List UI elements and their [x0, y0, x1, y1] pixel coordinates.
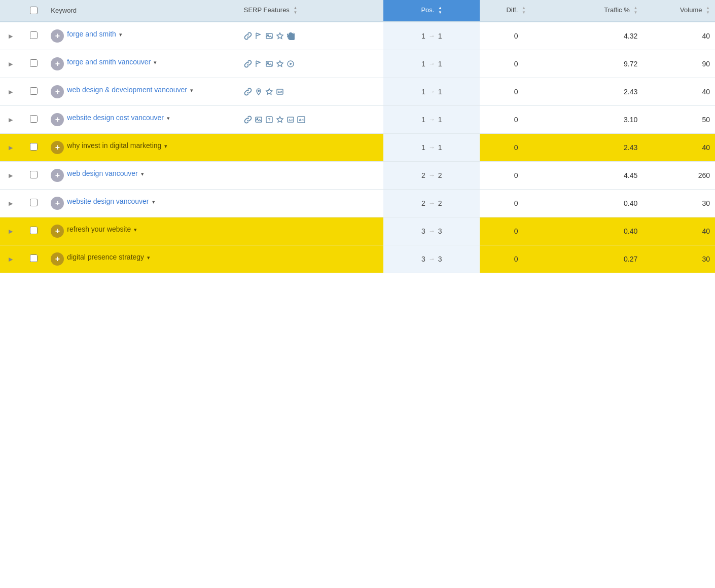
- expand-button[interactable]: ▶: [7, 143, 15, 152]
- check-cell: [22, 50, 46, 78]
- keyword-link[interactable]: web design vancouver ▾: [67, 169, 144, 179]
- col-serp-header: SERP Features ▲▼: [239, 0, 383, 22]
- pos-sort-arrows[interactable]: ▲▼: [438, 6, 442, 15]
- pos-from: 2: [421, 171, 425, 179]
- col-traffic-header[interactable]: Traffic % ▲▼: [552, 0, 642, 22]
- pos-to: 1: [438, 116, 442, 124]
- pos-to: 2: [438, 199, 442, 207]
- pos-arrow-icon: →: [428, 255, 435, 263]
- expand-button[interactable]: ▶: [7, 60, 15, 68]
- diff-cell: 0: [480, 189, 552, 217]
- expand-button[interactable]: ▶: [7, 88, 15, 96]
- keyword-link[interactable]: digital presence strategy ▾: [67, 252, 150, 263]
- expand-button[interactable]: ▶: [7, 171, 15, 180]
- keyword-link[interactable]: forge and smith ▾: [67, 29, 122, 40]
- pos-to: 3: [438, 227, 442, 235]
- keyword-link[interactable]: web design & development vancouver ▾: [67, 85, 193, 95]
- star-icon: [276, 32, 284, 40]
- keyword-dropdown-arrow[interactable]: ▾: [118, 31, 122, 38]
- select-all-checkbox[interactable]: [30, 7, 38, 14]
- col-pos-header[interactable]: Pos. ▲▼: [383, 0, 480, 22]
- keyword-dropdown-arrow[interactable]: ▾: [165, 115, 170, 121]
- svg-point-3: [267, 62, 268, 63]
- keyword-link[interactable]: forge and smith vancouver ▾: [67, 57, 157, 67]
- expand-button[interactable]: ▶: [7, 255, 15, 264]
- volume-cell: 50: [642, 105, 715, 133]
- pos-to: 1: [438, 88, 442, 96]
- check-cell: [22, 161, 46, 189]
- add-keyword-button[interactable]: +: [51, 85, 64, 98]
- pos-arrow-icon: →: [428, 227, 435, 235]
- expand-cell: ▶: [0, 189, 22, 217]
- pos-arrow-icon: →: [428, 199, 435, 207]
- volume-sort-arrows[interactable]: ▲▼: [706, 6, 710, 15]
- row-checkbox[interactable]: [30, 171, 38, 178]
- traffic-cell: 4.45: [552, 161, 642, 189]
- col-expand-header: [0, 0, 22, 22]
- add-keyword-button[interactable]: +: [51, 252, 64, 266]
- add-keyword-button[interactable]: +: [51, 57, 64, 70]
- expand-button[interactable]: ▶: [7, 227, 15, 236]
- row-checkbox[interactable]: [30, 199, 38, 206]
- add-keyword-button[interactable]: +: [51, 113, 64, 126]
- pos-arrow-icon: →: [428, 60, 435, 67]
- link-icon: [244, 60, 252, 68]
- keyword-link[interactable]: why invest in digital marketing ▾: [67, 141, 167, 151]
- expand-button[interactable]: ▶: [7, 32, 15, 41]
- add-keyword-button[interactable]: +: [51, 197, 64, 210]
- pos-from: 3: [421, 227, 425, 235]
- expand-button[interactable]: ▶: [7, 116, 15, 124]
- check-cell: [22, 133, 46, 161]
- keyword-dropdown-arrow[interactable]: ▾: [150, 199, 155, 205]
- twitter-icon: [287, 32, 295, 40]
- keyword-link[interactable]: refresh your website ▾: [67, 225, 137, 235]
- pos-to: 1: [438, 32, 442, 40]
- diff-sort-arrows[interactable]: ▲▼: [522, 6, 526, 15]
- expand-button[interactable]: ▶: [7, 199, 15, 208]
- col-volume-header[interactable]: Volume ▲▼: [642, 0, 715, 22]
- svg-marker-5: [290, 62, 292, 65]
- row-checkbox[interactable]: [30, 115, 38, 123]
- svg-point-1: [267, 34, 268, 35]
- row-checkbox[interactable]: [30, 143, 38, 151]
- ad-small-icon: Ad: [287, 116, 295, 124]
- keyword-dropdown-arrow[interactable]: ▾: [163, 143, 167, 149]
- keyword-dropdown-arrow[interactable]: ▾: [146, 254, 150, 261]
- keyword-link[interactable]: website design cost vancouver ▾: [67, 113, 170, 123]
- row-checkbox[interactable]: [30, 59, 38, 67]
- keyword-link[interactable]: website design vancouver ▾: [67, 197, 155, 207]
- keyword-dropdown-arrow[interactable]: ▾: [139, 171, 144, 177]
- image-icon: [265, 60, 273, 68]
- row-checkbox[interactable]: [30, 254, 38, 262]
- keyword-cell: +forge and smith ▾: [46, 22, 238, 50]
- row-checkbox[interactable]: [30, 227, 38, 234]
- flag-icon: [255, 60, 263, 68]
- serp-cell: [239, 50, 383, 78]
- expand-cell: ▶: [0, 161, 22, 189]
- table-row: ▶+website design vancouver ▾2→200.4030: [0, 189, 715, 217]
- row-checkbox[interactable]: [30, 31, 38, 39]
- keyword-dropdown-arrow[interactable]: ▾: [189, 87, 193, 93]
- pos-arrow-icon: →: [428, 88, 435, 95]
- volume-cell: 40: [642, 217, 715, 245]
- image-icon: [265, 32, 273, 40]
- serp-sort-arrows[interactable]: ▲▼: [294, 6, 298, 15]
- row-checkbox[interactable]: [30, 87, 38, 95]
- add-keyword-button[interactable]: +: [51, 225, 64, 238]
- serp-cell: [239, 245, 383, 273]
- col-diff-header[interactable]: Diff. ▲▼: [480, 0, 552, 22]
- keyword-dropdown-arrow[interactable]: ▾: [132, 227, 137, 233]
- add-keyword-button[interactable]: +: [51, 141, 64, 154]
- volume-cell: 90: [642, 50, 715, 78]
- serp-cell: ?AdAd: [239, 105, 383, 133]
- table-row: ▶+forge and smith vancouver ▾1→109.7290: [0, 50, 715, 78]
- add-keyword-button[interactable]: +: [51, 169, 64, 182]
- pos-from: 1: [421, 143, 425, 152]
- add-keyword-button[interactable]: +: [51, 29, 64, 43]
- ad-icon: Ad: [276, 88, 284, 96]
- pos-to: 1: [438, 143, 442, 152]
- traffic-sort-arrows[interactable]: ▲▼: [633, 6, 637, 15]
- pos-from: 1: [421, 60, 425, 68]
- table-row: ▶+web design & development vancouver ▾Ad…: [0, 78, 715, 105]
- keyword-dropdown-arrow[interactable]: ▾: [152, 59, 157, 65]
